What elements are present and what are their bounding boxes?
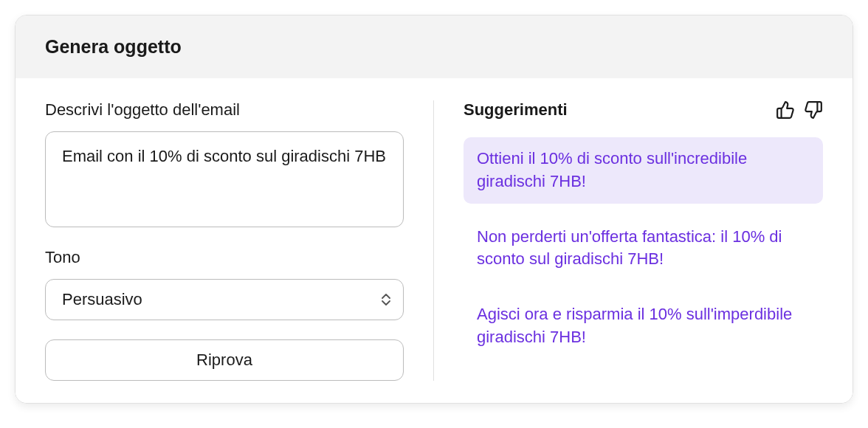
suggestions-list: Ottieni il 10% di sconto sull'incredibil…: [464, 137, 823, 359]
card-body: Descrivi l'oggetto dell'email Tono Persu…: [16, 78, 852, 403]
suggestion-item[interactable]: Ottieni il 10% di sconto sull'incredibil…: [464, 137, 823, 204]
suggestions-header: Suggerimenti: [464, 100, 823, 120]
describe-input[interactable]: [45, 131, 404, 227]
thumbs-up-button[interactable]: [776, 100, 795, 120]
tone-select[interactable]: Persuasivo: [45, 279, 404, 320]
suggestions-column: Suggerimenti: [434, 100, 823, 381]
suggestions-title: Suggerimenti: [464, 100, 568, 120]
thumbs-down-button[interactable]: [804, 100, 823, 120]
describe-label: Descrivi l'oggetto dell'email: [45, 100, 404, 120]
feedback-icons: [776, 100, 823, 120]
tone-group: Tono Persuasivo: [45, 248, 404, 320]
thumbs-up-icon: [776, 100, 795, 120]
suggestion-item[interactable]: Agisci ora e risparmia il 10% sull'imper…: [464, 293, 823, 359]
card-header: Genera oggetto: [16, 15, 852, 78]
tone-select-wrapper: Persuasivo: [45, 279, 404, 320]
form-column: Descrivi l'oggetto dell'email Tono Persu…: [45, 100, 434, 381]
tone-label: Tono: [45, 248, 404, 267]
thumbs-down-icon: [804, 100, 823, 120]
generate-subject-card: Genera oggetto Descrivi l'oggetto dell'e…: [15, 15, 853, 404]
suggestion-item[interactable]: Non perderti un'offerta fantastica: il 1…: [464, 215, 823, 282]
card-title: Genera oggetto: [45, 36, 823, 58]
retry-button[interactable]: Riprova: [45, 339, 404, 381]
